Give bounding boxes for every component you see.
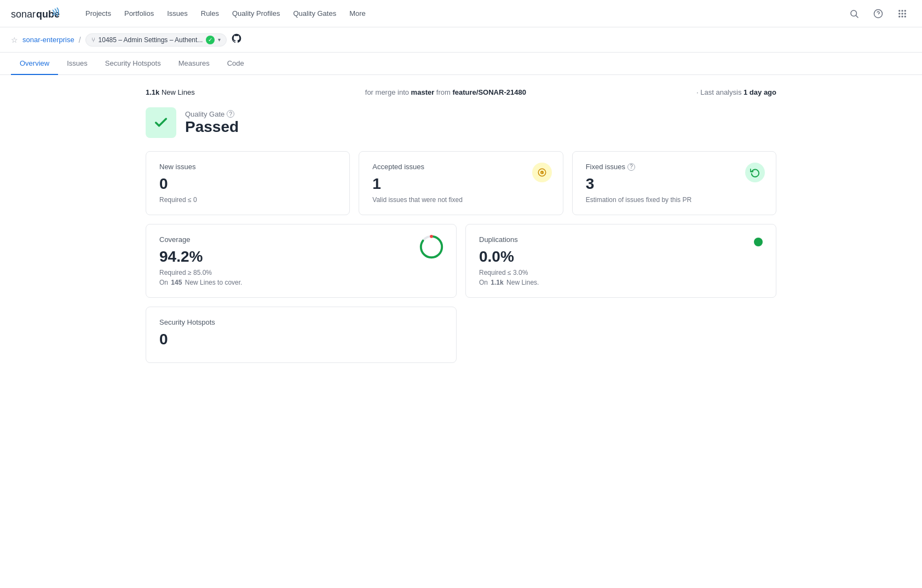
breadcrumb-bar: ☆ sonar-enterprise / ⑂ 10485 – Admin Set… bbox=[0, 27, 922, 53]
duplications-dot bbox=[754, 238, 763, 246]
github-icon[interactable] bbox=[231, 33, 242, 47]
nav-projects[interactable]: Projects bbox=[80, 6, 117, 21]
pr-label: 10485 – Admin Settings – Authent... bbox=[99, 36, 203, 44]
fixed-issues-title: Fixed issues ? bbox=[586, 163, 763, 171]
nav-portfolios[interactable]: Portfolios bbox=[119, 6, 159, 21]
fixed-issues-value: 3 bbox=[586, 175, 763, 193]
coverage-circle-chart bbox=[418, 233, 445, 262]
svg-rect-13 bbox=[902, 15, 903, 17]
duplications-value: 0.0% bbox=[479, 248, 763, 266]
accepted-issues-sub: Valid issues that were not fixed bbox=[372, 196, 549, 204]
duplications-title: Duplications bbox=[479, 235, 763, 244]
nav-right bbox=[845, 5, 911, 22]
duplications-card: Duplications 0.0% Required ≤ 3.0% On 1.1… bbox=[465, 224, 776, 298]
nav-issues[interactable]: Issues bbox=[162, 6, 193, 21]
tab-security-hotspots[interactable]: Security Hotspots bbox=[96, 53, 170, 75]
coverage-req: Required ≥ 85.0% bbox=[159, 269, 443, 276]
nav-quality-gates[interactable]: Quality Gates bbox=[287, 6, 342, 21]
merge-info: for merge into master from feature/SONAR… bbox=[365, 88, 526, 96]
help-button[interactable] bbox=[869, 5, 887, 22]
security-row: Security Hotspots 0 bbox=[146, 307, 776, 363]
nav-items: Projects Portfolios Issues Rules Quality… bbox=[80, 6, 832, 21]
top-nav: sonar qube Projects Portfolios Issues Ru… bbox=[0, 0, 922, 27]
tab-issues[interactable]: Issues bbox=[58, 53, 96, 75]
svg-point-2 bbox=[851, 10, 857, 16]
security-hotspots-title: Security Hotspots bbox=[159, 318, 443, 326]
pr-branch-icon: ⑂ bbox=[91, 36, 95, 44]
fixed-issues-help-icon[interactable]: ? bbox=[627, 163, 635, 171]
new-issues-title: New issues bbox=[159, 163, 336, 171]
svg-point-18 bbox=[430, 235, 433, 238]
new-issues-sub: Required ≤ 0 bbox=[159, 196, 336, 204]
meta-bar: 1.1k New Lines for merge into master fro… bbox=[146, 88, 776, 96]
nav-more[interactable]: More bbox=[344, 6, 371, 21]
new-lines-stat: 1.1k New Lines bbox=[146, 88, 195, 96]
coverage-value: 94.2% bbox=[159, 248, 443, 266]
svg-rect-6 bbox=[898, 10, 900, 11]
fixed-issues-card: Fixed issues ? 3 Estimation of issues fi… bbox=[572, 151, 776, 215]
grid-button[interactable] bbox=[894, 5, 911, 22]
tab-overview[interactable]: Overview bbox=[11, 53, 58, 75]
svg-rect-8 bbox=[904, 10, 906, 11]
search-button[interactable] bbox=[845, 5, 863, 22]
security-hotspots-card: Security Hotspots 0 bbox=[146, 307, 457, 363]
favorite-star-icon[interactable]: ☆ bbox=[11, 36, 18, 44]
breadcrumb-project-link[interactable]: sonar-enterprise bbox=[22, 36, 74, 44]
tab-bar: Overview Issues Security Hotspots Measur… bbox=[0, 53, 922, 75]
security-hotspots-value: 0 bbox=[159, 331, 443, 348]
svg-rect-10 bbox=[902, 13, 903, 14]
logo: sonar qube bbox=[11, 5, 60, 22]
fixed-issues-icon bbox=[745, 163, 765, 182]
pr-status-check: ✓ bbox=[206, 36, 215, 44]
svg-rect-12 bbox=[898, 15, 900, 17]
quality-gate-help-icon[interactable]: ? bbox=[227, 110, 234, 118]
coverage-title: Coverage bbox=[159, 235, 443, 244]
coverage-card: Coverage 94.2% Required ≥ 85.0% On 145 N… bbox=[146, 224, 457, 298]
coverage-dup-row: Coverage 94.2% Required ≥ 85.0% On 145 N… bbox=[146, 224, 776, 298]
quality-gate-section: Quality Gate ? Passed bbox=[146, 107, 776, 138]
main-content: 1.1k New Lines for merge into master fro… bbox=[132, 75, 790, 385]
new-issues-card: New issues 0 Required ≤ 0 bbox=[146, 151, 350, 215]
svg-rect-14 bbox=[904, 15, 906, 17]
breadcrumb-separator: / bbox=[79, 36, 81, 44]
fixed-issues-sub: Estimation of issues fixed by this PR bbox=[586, 196, 763, 204]
issues-cards-row: New issues 0 Required ≤ 0 Accepted issue… bbox=[146, 151, 776, 215]
accepted-issues-icon bbox=[532, 163, 552, 182]
svg-rect-7 bbox=[902, 10, 903, 11]
quality-gate-label: Quality Gate ? bbox=[185, 110, 239, 118]
accepted-issues-value: 1 bbox=[372, 175, 549, 193]
svg-text:sonar: sonar bbox=[11, 9, 36, 20]
security-row-spacer bbox=[465, 307, 776, 363]
tab-code[interactable]: Code bbox=[218, 53, 253, 75]
nav-quality-profiles[interactable]: Quality Profiles bbox=[227, 6, 285, 21]
new-issues-value: 0 bbox=[159, 175, 336, 193]
quality-gate-info: Quality Gate ? Passed bbox=[185, 110, 239, 136]
accepted-issues-card: Accepted issues 1 Valid issues that were… bbox=[359, 151, 563, 215]
pr-dropdown-chevron[interactable]: ▾ bbox=[218, 37, 221, 43]
tab-measures[interactable]: Measures bbox=[170, 53, 218, 75]
duplications-lines: On 1.1k New Lines. bbox=[479, 279, 763, 286]
duplications-req: Required ≤ 3.0% bbox=[479, 269, 763, 276]
svg-rect-11 bbox=[904, 13, 906, 14]
last-analysis: · Last analysis 1 day ago bbox=[696, 88, 776, 96]
logo-svg: sonar qube bbox=[11, 5, 60, 22]
accepted-issues-title: Accepted issues bbox=[372, 163, 549, 171]
svg-rect-9 bbox=[898, 13, 900, 14]
nav-rules[interactable]: Rules bbox=[195, 6, 224, 21]
pr-selector[interactable]: ⑂ 10485 – Admin Settings – Authent... ✓ … bbox=[85, 33, 227, 47]
quality-gate-status: Passed bbox=[185, 118, 239, 136]
quality-gate-badge bbox=[146, 107, 176, 138]
coverage-lines: On 145 New Lines to cover. bbox=[159, 279, 443, 286]
svg-line-3 bbox=[856, 15, 858, 18]
